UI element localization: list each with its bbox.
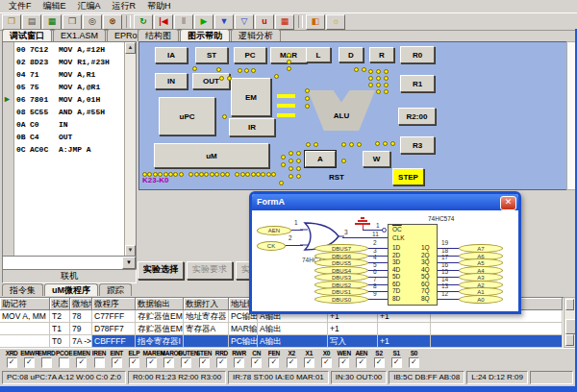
- experiment-button[interactable]: 实验选择: [138, 261, 184, 280]
- diagram-block-ia[interactable]: IA: [155, 47, 188, 63]
- diagram-block-w[interactable]: W: [363, 151, 390, 167]
- step-over-icon[interactable]: ▽: [235, 14, 254, 30]
- signal-checkbox[interactable]: [59, 357, 69, 368]
- signal-checkbox[interactable]: ✓: [7, 357, 17, 368]
- signal-checkbox[interactable]: ✓: [234, 357, 244, 368]
- code-scrollbar[interactable]: ▲ ▼: [124, 42, 136, 257]
- code-line[interactable]: 0CAC0CA:JMP A: [14, 143, 124, 156]
- tab-跟踪[interactable]: 跟踪: [99, 283, 132, 296]
- tab-指令集[interactable]: 指令集: [2, 283, 43, 296]
- table-scroll-down-icon[interactable]: [565, 334, 574, 346]
- diagram-block-r2[interactable]: R2:00: [398, 108, 436, 125]
- close-icon[interactable]: ✕: [500, 196, 516, 210]
- signal-checkbox[interactable]: ✓: [199, 357, 210, 368]
- signal-checkbox[interactable]: ✓: [112, 357, 122, 368]
- signal-checkbox[interactable]: ✓: [287, 357, 297, 368]
- diagram-block-pc[interactable]: PC: [234, 47, 266, 63]
- diagram-block-r3[interactable]: R3: [400, 136, 435, 154]
- combo-dropdown-icon[interactable]: ▼: [122, 257, 136, 269]
- signal-checkbox[interactable]: ✓: [129, 357, 139, 368]
- menu-item[interactable]: 运行R: [107, 0, 142, 12]
- diagram-block-ir[interactable]: IR: [229, 118, 275, 136]
- code-line[interactable]: 0471MOV A,R1: [14, 68, 124, 81]
- exit-icon[interactable]: ⊗: [103, 14, 122, 30]
- signal-checkbox[interactable]: ✓: [391, 357, 402, 368]
- signal-checkbox[interactable]: [41, 357, 52, 368]
- code-line[interactable]: 0575MOV A,@R1: [14, 81, 124, 93]
- diagram-block-in[interactable]: IN: [155, 73, 188, 89]
- signal-checkbox[interactable]: ✓: [374, 357, 385, 368]
- table-scroll-up-icon[interactable]: [565, 299, 574, 310]
- pause-icon[interactable]: ‖: [174, 14, 193, 30]
- diagram-block-r1[interactable]: R1: [400, 75, 435, 92]
- diagram-block-d[interactable]: D: [339, 47, 364, 62]
- signal-checkbox[interactable]: ✓: [76, 357, 87, 368]
- code-line[interactable]: 0BC4OUT: [14, 131, 124, 143]
- signal-checkbox[interactable]: ✓: [321, 357, 332, 368]
- signal-checkbox[interactable]: ✓: [251, 357, 262, 368]
- signal-checkbox[interactable]: ✓: [304, 357, 314, 368]
- table-header-cell[interactable]: 助记符: [0, 298, 50, 310]
- menu-item[interactable]: 汇编A: [72, 0, 107, 12]
- signal-checkbox[interactable]: [94, 357, 105, 368]
- menu-item[interactable]: 帮助H: [141, 0, 177, 12]
- table-header-cell[interactable]: 数据输出: [136, 298, 184, 310]
- diagram-block-em[interactable]: EM: [231, 78, 271, 116]
- tab-图示帮助[interactable]: 图示帮助: [180, 29, 230, 41]
- signal-checkbox[interactable]: ✓: [181, 357, 191, 368]
- menu-item[interactable]: 文件F: [3, 0, 38, 12]
- code-line[interactable]: 007C12MOV A,#12H: [14, 43, 124, 56]
- tab-uM微程序[interactable]: uM微程序: [44, 283, 98, 296]
- led-indicator: [376, 89, 381, 94]
- signal-checkbox[interactable]: ✓: [409, 357, 419, 368]
- signal-checkbox[interactable]: ✓: [146, 357, 157, 368]
- diagram-block-step[interactable]: STEP: [392, 168, 424, 185]
- table-row[interactable]: T179D78FF7存贮器值EM寄存器AMAR输出A输出+1: [0, 323, 564, 335]
- lamp-icon[interactable]: ☼: [326, 14, 345, 30]
- code-line[interactable]: 085C55AND A,#55H: [14, 106, 124, 118]
- signal-checkbox[interactable]: ✓: [216, 357, 227, 368]
- scroll-up-icon[interactable]: ▲: [125, 42, 136, 54]
- search-icon[interactable]: ◎: [83, 14, 102, 30]
- save-icon[interactable]: ▤: [22, 14, 41, 30]
- symbol-combobox[interactable]: ▼: [2, 256, 137, 270]
- code-line[interactable]: 028D23MOV R1,#23H: [14, 56, 124, 68]
- micro-step-icon[interactable]: u: [255, 14, 274, 30]
- code-line[interactable]: 0AC0IN: [14, 118, 124, 131]
- tab-逻辑分析[interactable]: 逻辑分析: [231, 29, 281, 41]
- diagram-block-r0[interactable]: R0: [400, 46, 435, 63]
- table-header-cell[interactable]: 数据打入: [184, 298, 229, 310]
- diagram-block-out[interactable]: OUT: [192, 73, 230, 89]
- chip-icon[interactable]: ▦: [275, 14, 294, 30]
- diagram-block-um[interactable]: uM: [154, 143, 269, 168]
- diagram-block-r[interactable]: R: [369, 47, 394, 62]
- signal-checkbox[interactable]: ✓: [24, 357, 35, 368]
- step-into-icon[interactable]: ▼: [214, 14, 234, 30]
- table-row[interactable]: T07A ->CBFFFF指令寄存器IPC输出A输出写入+1: [0, 335, 564, 348]
- run-icon[interactable]: ▶: [194, 14, 213, 30]
- diagram-block-a[interactable]: A: [305, 151, 336, 167]
- signal-checkbox[interactable]: ✓: [339, 357, 349, 368]
- table-header-cell[interactable]: 状态: [50, 298, 70, 310]
- copy-icon[interactable]: ❒: [63, 14, 82, 30]
- signal-checkbox[interactable]: ✓: [356, 357, 366, 368]
- signal-checkbox[interactable]: ✓: [163, 357, 174, 368]
- table-header-cell[interactable]: 微程序: [92, 298, 136, 310]
- table-header-cell[interactable]: 微地址: [70, 298, 92, 310]
- tab-EX1.ASM[interactable]: EX1.ASM: [53, 29, 106, 41]
- forma-titlebar[interactable]: FormA ✕: [252, 194, 518, 210]
- signal-checkbox[interactable]: ✓: [268, 357, 279, 368]
- menu-item[interactable]: 编辑E: [38, 0, 72, 12]
- diagram-block-upc[interactable]: uPC: [159, 97, 215, 135]
- code-line[interactable]: 067801MOV A,01H: [14, 93, 124, 106]
- diagram-block-st[interactable]: ST: [195, 47, 228, 63]
- compile-icon[interactable]: ▦: [42, 14, 62, 30]
- tab-调试窗口[interactable]: 调试窗口: [2, 29, 52, 41]
- open-file-icon[interactable]: ❐: [2, 14, 21, 30]
- diagram-block-l[interactable]: L: [306, 47, 331, 62]
- breakpoint-gutter[interactable]: ►: [3, 42, 14, 257]
- reset-icon[interactable]: |◀: [154, 14, 173, 30]
- tab-结构图[interactable]: 结构图: [138, 29, 179, 41]
- switch-icon[interactable]: ◧: [306, 14, 325, 30]
- refresh-icon[interactable]: ↻: [134, 14, 153, 30]
